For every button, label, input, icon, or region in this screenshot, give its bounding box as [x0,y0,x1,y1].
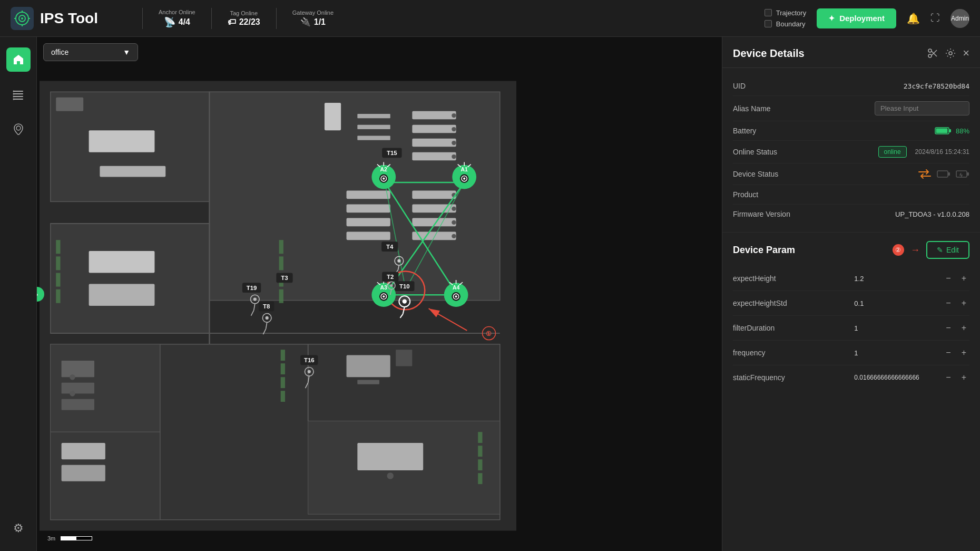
svg-point-145 [403,299,407,304]
svg-rect-53 [56,240,60,254]
param-decrement-staticfrequency[interactable]: − [943,372,954,383]
svg-point-2 [21,17,23,20]
online-status-row: Online Status online 2024/8/16 15:24:31 [733,141,969,163]
logo-icon [11,7,34,30]
svg-rect-20 [56,98,83,111]
firmware-row: Firmware Version UP_TDOA3 - v1.0.0.208 [733,205,969,224]
panel-title: Device Details [733,47,805,60]
svg-rect-29 [357,136,390,140]
deploy-icon: ✦ [828,14,835,23]
boundary-label: Boundary [776,20,806,28]
alias-row: Alias Name [733,96,969,121]
svg-rect-56 [56,289,60,303]
svg-rect-71 [347,355,390,378]
svg-point-69 [70,374,75,380]
sidebar-item-home[interactable] [6,47,31,72]
svg-rect-10 [14,99,23,100]
svg-text:A3: A3 [380,285,388,291]
close-panel-button[interactable]: × [963,46,969,60]
online-badge: online [878,146,907,158]
device-status-label: Device Status [733,170,796,178]
param-controls-filterduration: 1 − + [854,322,969,334]
config-icon[interactable] [945,47,956,59]
param-decrement-filterduration[interactable]: − [943,322,954,334]
map-area: office ▼ [37,37,722,551]
svg-text:T8: T8 [263,303,270,310]
svg-rect-32 [412,139,456,147]
scissor-icon[interactable] [927,47,938,59]
battery-label: Battery [733,127,796,135]
svg-text:T3: T3 [281,275,288,281]
param-label-filterduration: filterDuration [733,324,775,332]
svg-rect-84 [281,391,285,402]
map-toolbar: office ▼ [43,43,138,61]
param-increment-expectheightstd[interactable]: + [958,297,969,309]
floor-select[interactable]: office ▼ [43,43,138,61]
param-decrement-expectheightstd[interactable]: − [943,297,954,309]
svg-point-37 [452,154,456,159]
param-increment-filterduration[interactable]: + [958,322,969,334]
param-value-staticfrequency: 0.01666666666666666 [854,374,938,381]
param-increment-frequency[interactable]: + [958,347,969,359]
param-controls-frequency: 1 − + [854,347,969,359]
bell-icon[interactable]: 🔔 [907,12,920,25]
param-value-expectheightstd: 0.1 [854,299,938,307]
sidebar-item-map[interactable] [6,117,31,141]
svg-point-15 [16,126,21,130]
param-label-expectheightstd: expectHeightStd [733,299,787,307]
param-label-staticfrequency: staticFrequency [733,373,785,382]
param-increment-expectheight[interactable]: + [958,273,969,284]
svg-rect-77 [478,432,482,443]
scale-bar: 3m [47,535,92,542]
svg-rect-39 [412,205,456,213]
charging-icon [956,169,969,179]
tag-stat: Tag Online 🏷 22/23 [228,10,260,27]
svg-rect-75 [357,443,423,470]
svg-point-164 [266,316,269,320]
arrow-icon: → [910,245,920,256]
param-section-title: Device Param [733,245,795,256]
anchor-value: 4/4 [179,17,190,27]
param-label-expectheight: expectHeight [733,274,776,283]
param-increment-staticfrequency[interactable]: + [958,372,969,383]
avatar[interactable]: Admin [950,9,969,28]
svg-rect-184 [967,172,969,176]
boundary-checkbox[interactable] [765,20,772,27]
svg-point-12 [13,93,14,95]
floor-plan-map[interactable]: ① A1 A2 A3 [40,66,516,546]
svg-line-175 [932,51,937,56]
svg-rect-73 [396,350,412,366]
settings-icon: ⚙ [13,521,24,535]
param-row-frequency: frequency 1 − + [733,341,969,365]
annotation-circle-2: ② [893,244,904,256]
svg-rect-80 [478,473,482,484]
panel-header: Device Details × [722,37,980,68]
trajectory-label: Trajectory [776,9,806,17]
svg-text:T16: T16 [304,357,315,363]
dropdown-arrow-icon: ▼ [123,48,130,56]
fullscreen-icon[interactable]: ⛶ [930,13,940,24]
svg-text:T4: T4 [386,244,394,250]
svg-rect-66 [62,399,94,410]
sidebar-item-settings[interactable]: ⚙ [6,516,31,540]
svg-rect-67 [62,443,105,459]
param-decrement-frequency[interactable]: − [943,347,954,359]
svg-point-170 [308,370,311,373]
alias-input[interactable] [875,101,969,115]
svg-point-122 [383,295,385,297]
svg-rect-52 [89,284,155,306]
svg-rect-50 [51,224,210,333]
trajectory-checkbox[interactable] [765,9,772,16]
svg-point-45 [452,234,456,238]
boundary-option[interactable]: Boundary [765,20,806,28]
svg-rect-51 [89,251,155,273]
svg-point-106 [463,178,465,180]
edit-param-button[interactable]: ✎ Edit [926,241,969,259]
sidebar-item-list[interactable] [6,82,31,107]
deployment-button[interactable]: ✦ Deployment [817,8,896,28]
param-decrement-expectheight[interactable]: − [943,273,954,284]
svg-point-177 [949,52,952,55]
svg-rect-72 [357,380,379,384]
trajectory-option[interactable]: Trajectory [765,9,806,17]
svg-point-158 [253,297,257,301]
